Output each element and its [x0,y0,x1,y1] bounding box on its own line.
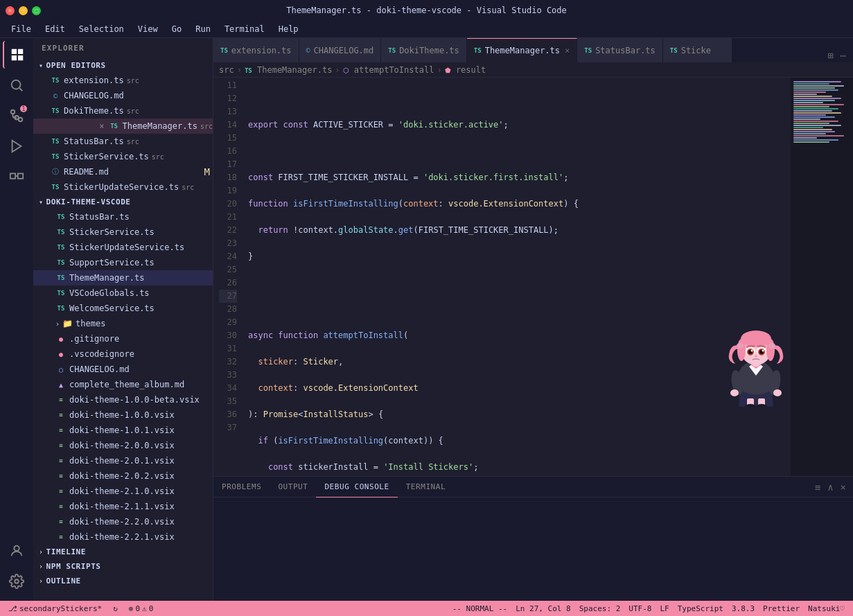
breadcrumb-result[interactable]: ⬟ result [445,65,486,75]
status-spaces[interactable]: Spaces: 2 [577,604,624,613]
project-section[interactable]: ▾ DOKI-THEME-VSCODE [33,195,213,209]
status-vim-mode[interactable]: -- NORMAL -- [450,604,510,613]
panel-tab-terminal[interactable]: TERMINAL [398,477,454,498]
file-suffix: src [127,77,139,85]
open-editor-thememanager[interactable]: × TS ThemeManager.ts src [33,118,213,134]
project-vsix-201[interactable]: ≡ doki-theme-2.0.1.vsix [33,453,213,468]
code-line: if (isFirstTimeInstalling(context)) { [243,434,791,448]
activity-account[interactable] [3,537,30,565]
activity-explorer[interactable] [3,41,30,69]
svg-rect-6 [10,173,15,178]
project-changelog[interactable]: ◯ CHANGELOG.md [33,362,213,377]
menu-run[interactable]: Run [190,23,216,35]
open-editor-dokitheme[interactable]: TS DokiTheme.ts src [33,103,213,118]
panel-up-icon[interactable]: ∧ [826,480,834,494]
project-vsix-200[interactable]: ≡ doki-theme-2.0.0.vsix [33,438,213,453]
tab-dokitheme[interactable]: TS DokiTheme.ts [381,38,467,62]
menu-help[interactable]: Help [273,23,304,35]
status-encoding[interactable]: UTF-8 [626,604,654,613]
status-position[interactable]: Ln 27, Col 8 [513,604,573,613]
more-actions-icon[interactable]: ⋯ [839,49,847,62]
panel-tab-problems[interactable]: PROBLEMS [213,477,270,498]
activity-debug[interactable] [3,132,30,160]
panel-clear-icon[interactable]: ≡ [814,480,822,494]
open-editor-readme[interactable]: ⓘ README.md M [33,164,213,179]
tabs-bar: TS extension.ts © CHANGELOG.md TS DokiTh… [213,38,853,62]
activity-extensions[interactable] [3,163,30,191]
project-welcomeservice[interactable]: TS WelcomeService.ts [33,301,213,316]
breadcrumb-file[interactable]: TS ThemeManager.ts [245,65,332,75]
project-gitignore[interactable]: ● .gitignore [33,331,213,346]
status-theme[interactable]: Natsuki♡ [805,604,847,613]
project-vsix-211[interactable]: ≡ doki-theme-2.1.1.vsix [33,499,213,514]
project-vsix-221[interactable]: ≡ doki-theme-2.2.1.vsix [33,529,213,545]
menu-view[interactable]: View [132,23,164,35]
open-editor-stickerupdateservice[interactable]: TS StickerUpdateService.ts src [33,179,213,195]
open-editor-extension[interactable]: TS extension.ts src [33,73,213,88]
panel-tab-output[interactable]: OUTPUT [270,477,316,498]
status-eol[interactable]: LF [657,604,671,613]
project-vscodeignore[interactable]: ● .vscodeignore [33,346,213,362]
open-editor-stickerservice[interactable]: TS StickerService.ts src [33,149,213,164]
code-line: export const ACTIVE_STICKER = 'doki.stic… [243,118,791,132]
sync-icon: ↻ [113,604,118,613]
panel-close-icon[interactable]: × [839,480,847,494]
project-vsix-100[interactable]: ≡ doki-theme-1.0.0.vsix [33,407,213,423]
menu-selection[interactable]: Selection [73,23,130,35]
vsix-icon: ≡ [55,410,67,421]
outline-section[interactable]: › OUTLINE [33,574,213,588]
status-language[interactable]: TypeScript [675,604,726,613]
breadcrumb-src[interactable]: src [219,65,234,75]
code-line: sticker: Sticker, [243,355,791,369]
project-vsix-100b[interactable]: ≡ doki-theme-1.0.0-beta.vsix [33,392,213,407]
menu-edit[interactable]: Edit [39,23,71,35]
project-vscodeglobals[interactable]: TS VSCodeGlobals.ts [33,285,213,301]
tab-thememanager[interactable]: TS ThemeManager.ts × [467,38,577,62]
project-stickerupdateservice[interactable]: TS StickerUpdateService.ts [33,240,213,255]
status-git-branch[interactable]: ⎇ secondaryStickers* [6,604,105,613]
tab-close-icon[interactable]: × [565,46,570,55]
maximize-button[interactable]: □ [32,6,41,15]
project-vsix-210[interactable]: ≡ doki-theme-2.1.0.vsix [33,484,213,499]
breadcrumb-function[interactable]: ⬡ attemptToInstall [343,65,434,75]
activity-git[interactable]: 1 [3,102,30,130]
project-vsix-101[interactable]: ≡ doki-theme-1.0.1.vsix [33,423,213,438]
status-prettier[interactable]: Prettier [760,604,802,613]
panel-tab-debug-console[interactable]: DEBUG CONSOLE [316,477,397,498]
project-vsix-220[interactable]: ≡ doki-theme-2.2.0.vsix [33,514,213,529]
split-editor-icon[interactable]: ⊞ [826,49,834,62]
npm-scripts-section[interactable]: › NPM SCRIPTS [33,559,213,574]
folder-icon: 📁 [62,319,73,328]
activity-search[interactable] [3,71,30,99]
project-themes-folder[interactable]: › 📁 themes [33,316,213,331]
status-errors[interactable]: ⊗ 0 ⚠ 0 [126,604,157,613]
tab-statusbar[interactable]: TS StatusBar.ts [577,38,663,62]
project-thememanager[interactable]: TS ThemeManager.ts [33,270,213,285]
vsix-icon: ≡ [55,501,67,512]
tab-extension[interactable]: TS extension.ts [213,38,299,62]
timeline-section[interactable]: › TIMELINE [33,545,213,559]
project-statusbar[interactable]: TS StatusBar.ts [33,209,213,225]
file-name: doki-theme-1.0.1.vsix [69,425,175,435]
project-vsix-202[interactable]: ≡ doki-theme-2.0.2.vsix [33,468,213,484]
open-editor-statusbar[interactable]: TS StatusBar.ts src [33,134,213,149]
close-button[interactable]: × [6,6,15,15]
tab-sticke[interactable]: TS Sticke [663,38,732,62]
minimize-button[interactable]: ─ [19,6,28,15]
menu-file[interactable]: File [6,23,37,35]
close-editor-icon[interactable]: × [98,121,105,131]
tab-changelog[interactable]: © CHANGELOG.md [299,38,382,62]
open-editors-section[interactable]: ▾ Open Editors [33,58,213,73]
project-complete-album[interactable]: ▲ complete_theme_album.md [33,377,213,392]
circle-icon: ◯ [55,364,67,375]
func-icon: ⬡ [343,67,349,74]
menu-terminal[interactable]: Terminal [219,23,270,35]
open-editor-changelog[interactable]: © CHANGELOG.md [33,88,213,103]
status-sync[interactable]: ↻ [110,604,121,613]
menu-go[interactable]: Go [166,23,187,35]
project-supportservice[interactable]: TS SupportService.ts [33,255,213,270]
code-content[interactable]: export const ACTIVE_STICKER = 'doki.stic… [243,78,791,476]
status-ts-version[interactable]: 3.8.3 [729,604,757,613]
activity-settings[interactable] [3,567,30,595]
project-stickerservice[interactable]: TS StickerService.ts [33,225,213,240]
